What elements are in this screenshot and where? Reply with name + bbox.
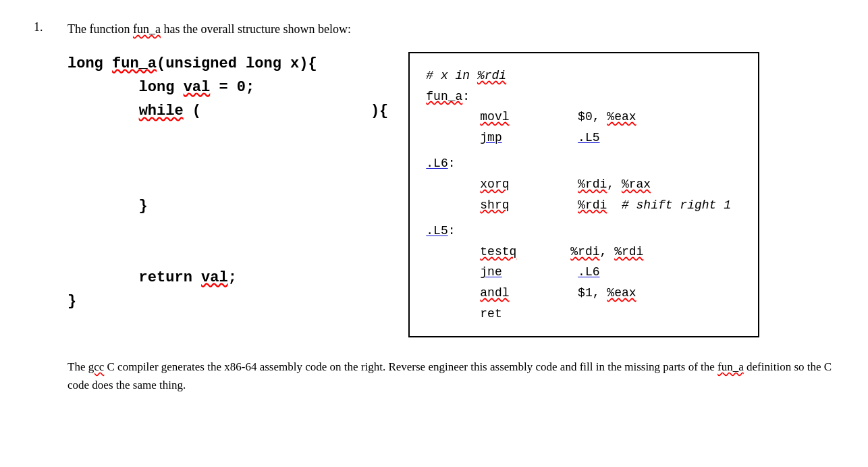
code-line-1: long fun_a(unsigned long x){ [67,52,388,76]
asm-spacer4 [426,195,480,216]
code-line-4 [67,123,388,147]
code-line-10: return val; [67,266,388,290]
asm-l6-label: .L6: [426,153,455,174]
asm-spacer8 [426,304,480,325]
code-line-3: while ( ){ [67,99,388,123]
asm-spacer2 [426,128,480,148]
asm-spacer6 [426,262,480,283]
asm-shrq-line: shrq %rdi # shift right 1 [426,195,742,216]
asm-comment-text: # x in %rdi [426,65,506,86]
asm-testq-ops: %rdi, %rdi [534,242,643,263]
asm-ret-line: ret [426,304,742,325]
question-container: 1. The function fun_a has the overall st… [34,20,834,395]
code-line-7: } [67,194,388,218]
asm-jmp-ops: .L5 [534,128,599,148]
asm-andl-instr: andl [480,283,534,304]
code-line-9 [67,242,388,266]
asm-jmp-instr: jmp [480,128,534,148]
code-line-2: long val = 0; [67,76,388,99]
code-line-6 [67,171,388,194]
asm-xorq-instr: xorq [480,174,534,195]
asm-spacer-gap2 [426,215,742,221]
asm-xorq-ops: %rdi, %rax [534,174,651,195]
asm-func-label: fun_a: [426,86,470,107]
asm-spacer7 [426,283,480,304]
asm-jne-instr: jne [480,262,534,283]
asm-testq-line: testq %rdi, %rdi [426,242,742,263]
asm-jne-ops: .L6 [534,262,599,283]
asm-shrq-instr: shrq [480,195,534,216]
code-assembly-wrapper: long fun_a(unsigned long x){ long val = … [67,52,834,337]
asm-jne-line: jne .L6 [426,262,742,283]
asm-spacer-gap1 [426,148,742,153]
asm-l6-label-line: .L6: [426,153,742,174]
code-line-5 [67,147,388,171]
asm-spacer3 [426,174,480,195]
asm-ret-instr: ret [480,304,501,325]
code-line-11: } [67,290,388,313]
asm-shrq-ops: %rdi # shift right 1 [534,195,731,216]
gcc-ref: gcc [88,360,105,373]
asm-movl-line: movl $0, %eax [426,107,742,128]
asm-andl-ops: $1, %eax [534,283,636,304]
question-intro: The function fun_a has the overall struc… [67,20,834,38]
asm-movl-instr: movl [480,107,534,128]
asm-testq-instr: testq [480,242,534,263]
asm-l5-label: .L5: [426,221,455,242]
question-number: 1. [34,20,54,34]
fun-a-ref-1: fun_a [133,22,161,36]
asm-andl-line: andl $1, %eax [426,283,742,304]
fun-a-ref-2: fun_a [717,360,744,373]
c-code-block: long fun_a(unsigned long x){ long val = … [67,52,408,313]
asm-func-label-line: fun_a: [426,86,742,107]
assembly-box: # x in %rdi fun_a: movl $0, %eax jmp .L5 [408,52,759,337]
question-content: The function fun_a has the overall struc… [67,20,834,395]
code-line-8 [67,218,388,242]
asm-spacer5 [426,242,480,263]
asm-comment-line: # x in %rdi [426,65,742,86]
asm-jmp-line: jmp .L5 [426,128,742,148]
asm-xorq-line: xorq %rdi, %rax [426,174,742,195]
asm-spacer1 [426,107,480,128]
bottom-text: The gcc C compiler generates the x86-64 … [67,358,834,394]
asm-l5-label-line: .L5: [426,221,742,242]
asm-movl-ops: $0, %eax [534,107,636,128]
